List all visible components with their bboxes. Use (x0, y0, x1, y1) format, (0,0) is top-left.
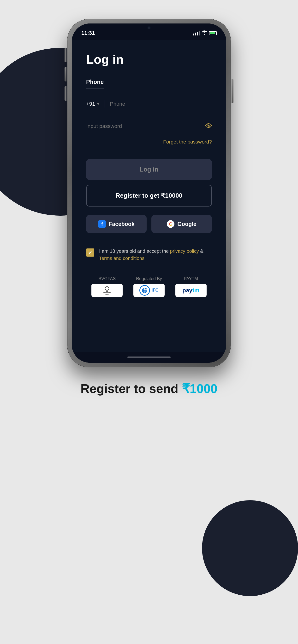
terms-section: I am 18 years old and accept the privacy… (86, 248, 212, 262)
register-button[interactable]: Register to get ₹10000 (86, 185, 212, 206)
forgot-password-link[interactable]: Forget the password? (163, 139, 212, 144)
bottom-promo-text: Register to send ₹1000 (81, 382, 218, 396)
ifc-logo: IFC (133, 284, 165, 297)
terms-conditions-link[interactable]: Terms and conditions (99, 256, 144, 261)
facebook-login-button[interactable]: f Facebook (86, 215, 146, 233)
svg-line-6 (107, 294, 110, 295)
paytm-label: PAYTM (184, 276, 198, 281)
eye-toggle-icon[interactable] (205, 123, 212, 130)
privacy-policy-link[interactable]: privacy policy (170, 248, 199, 254)
svg-line-5 (104, 294, 107, 295)
phone-input-group: +91 ▼ (86, 100, 212, 112)
partner-ifc: Regulated By (133, 276, 165, 297)
signal-icon (193, 31, 200, 36)
partner-logos-section: SVGFAS (86, 276, 212, 297)
input-divider (105, 100, 105, 108)
home-indicator (127, 356, 171, 358)
wifi-icon (202, 30, 207, 36)
password-field[interactable] (86, 123, 205, 130)
phone-screen: 11:31 (72, 24, 226, 363)
google-login-button[interactable]: G Google (152, 215, 212, 233)
promo-amount: ₹1000 (182, 382, 218, 396)
partner-paytm: PAYTM paytm (175, 276, 207, 297)
home-bar (72, 352, 226, 363)
ifc-label: Regulated By (136, 276, 162, 281)
phone-device: 11:31 (67, 19, 231, 367)
svgfas-logo (91, 284, 123, 297)
dropdown-arrow-icon: ▼ (96, 102, 100, 106)
tab-phone[interactable]: Phone (86, 78, 104, 88)
svgfas-label: SVGFAS (98, 276, 116, 281)
phone-outer-frame: 11:31 (67, 19, 231, 367)
battery-icon (209, 31, 217, 35)
phone-notch (123, 24, 175, 32)
svg-point-2 (105, 286, 109, 290)
bg-shape-bottom (202, 500, 298, 596)
phone-field[interactable] (110, 101, 212, 107)
status-time: 11:31 (81, 30, 95, 36)
notch-camera (147, 26, 151, 30)
app-content: Log in Phone +91 ▼ (72, 40, 226, 352)
status-icons (193, 30, 217, 36)
social-login-section: f Facebook G Google (86, 215, 212, 233)
login-button[interactable]: Log in (86, 159, 212, 180)
facebook-icon: f (98, 220, 106, 228)
country-code-selector[interactable]: +91 ▼ (86, 101, 100, 107)
terms-text: I am 18 years old and accept the privacy… (99, 248, 203, 262)
google-icon: G (167, 220, 175, 228)
terms-checkbox[interactable] (86, 248, 94, 256)
password-input-group (86, 123, 212, 134)
forgot-password-section: Forget the password? (86, 139, 212, 145)
page-title: Log in (86, 52, 212, 66)
login-tabs: Phone (86, 78, 212, 88)
partner-svgfas: SVGFAS (91, 276, 123, 297)
paytm-logo: paytm (175, 284, 207, 297)
